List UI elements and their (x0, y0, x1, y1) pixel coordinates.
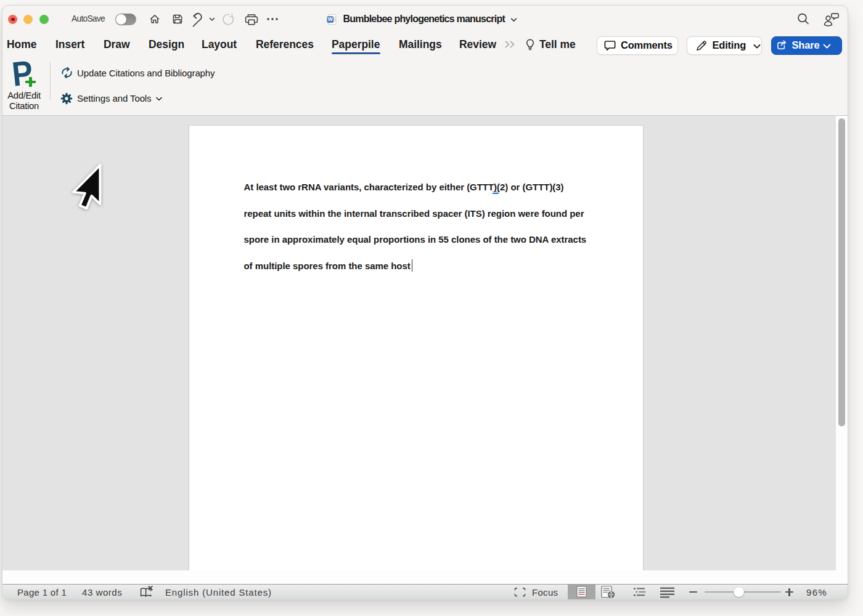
svg-text:W: W (327, 16, 333, 22)
